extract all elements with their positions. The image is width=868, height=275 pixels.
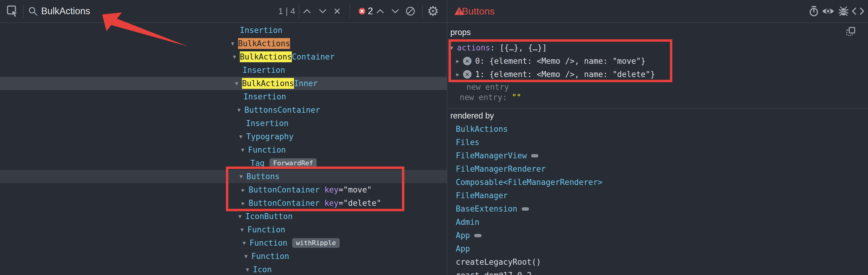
error-count-badge[interactable]	[359, 0, 366, 22]
owner-name: Admin	[456, 217, 479, 227]
collapse-arrow-icon[interactable]: ▾	[243, 239, 249, 247]
tree-row[interactable]: ▾BulkActionsInner	[0, 77, 447, 90]
collapse-arrow-icon[interactable]: ▾	[241, 146, 248, 153]
inspect-element-icon	[7, 5, 19, 17]
collapse-arrow-icon[interactable]: ▾	[235, 80, 242, 87]
collapse-arrow-icon[interactable]: ▾	[233, 53, 240, 61]
components-tree-panel: 1 | 4 ✕ 2	[0, 0, 447, 275]
collapse-arrow-icon[interactable]: ▾	[450, 44, 457, 51]
new-entry-placeholder[interactable]: new entry	[466, 82, 509, 92]
tree-row[interactable]: ▾ButtonsContainer	[0, 103, 447, 117]
tree-row[interactable]: ▾Typography	[0, 130, 447, 143]
copy-icon	[846, 27, 856, 36]
tree-row[interactable]: ▾Function	[0, 143, 447, 157]
toolbar-divider	[350, 5, 350, 18]
rendered-by-item[interactable]: Composable<FileManagerRenderer>	[456, 176, 602, 189]
delete-entry-button[interactable]: ✕	[463, 70, 471, 78]
tree-row[interactable]: Insertion	[0, 64, 447, 77]
tree-row[interactable]: ▾FunctionwithRipple	[0, 236, 447, 250]
expand-arrow-icon[interactable]: ▸	[242, 186, 249, 194]
tree-row[interactable]: ▾Buttons	[0, 170, 447, 183]
owner-badge-pill	[474, 234, 482, 237]
prop-entry-text: 0: {element: <Memo />, name: "move"}	[475, 57, 646, 66]
search-input[interactable]	[41, 6, 211, 16]
tree-row[interactable]: ▸ButtonContainer key="move"	[0, 183, 447, 197]
tree-row[interactable]: Insertion	[0, 117, 447, 130]
suspense-toggle-button[interactable]	[809, 0, 819, 22]
component-name: Function	[251, 252, 289, 261]
component-name: Insertion	[244, 92, 286, 101]
next-result-button[interactable]	[319, 0, 327, 22]
settings-button[interactable]: ⚙	[427, 0, 439, 22]
rendered-by-item[interactable]: App	[456, 242, 470, 255]
component-name: Icon	[253, 265, 272, 274]
rendered-by-item[interactable]: FileManagerView	[456, 149, 538, 162]
prop-value: : [{…}, {…}]	[490, 43, 547, 52]
tree-row[interactable]: TagForwardRef	[0, 157, 447, 170]
inspector-toolbar: Buttons	[447, 0, 868, 23]
view-source-button[interactable]	[851, 0, 865, 22]
owner-name: Composable<FileManagerRenderer>	[456, 178, 602, 187]
previous-error-button[interactable]	[376, 0, 384, 22]
component-name: Function	[247, 225, 285, 234]
tree-row[interactable]: ▾BulkActions	[0, 37, 447, 50]
next-error-button[interactable]	[391, 0, 399, 22]
rendered-by-item[interactable]: App	[456, 229, 482, 242]
component-name: Insertion	[246, 119, 288, 128]
component-name: Inner	[294, 79, 317, 88]
prop-row[interactable]: new entry: ""	[460, 91, 521, 104]
new-entry-value[interactable]: ""	[512, 93, 521, 102]
expand-arrow-icon[interactable]: ▸	[242, 200, 249, 207]
rendered-by-item[interactable]: Admin	[456, 215, 479, 229]
bug-icon	[839, 6, 848, 16]
stopwatch-icon	[809, 6, 819, 16]
rendered-by-item[interactable]: BaseExtension	[456, 202, 529, 215]
component-name: IconButton	[245, 212, 293, 221]
collapse-arrow-icon[interactable]: ▾	[244, 253, 251, 260]
collapse-arrow-icon[interactable]: ▾	[246, 266, 253, 273]
owner-name: App	[456, 244, 470, 253]
component-name: Function	[249, 238, 287, 247]
collapse-arrow-icon[interactable]: ▾	[238, 106, 244, 114]
inspect-dom-button[interactable]	[822, 0, 834, 22]
collapse-arrow-icon[interactable]: ▾	[241, 226, 247, 233]
clear-search-button[interactable]: ✕	[333, 0, 341, 22]
tree-row[interactable]: Insertion	[0, 24, 447, 37]
tree-row[interactable]: ▾IconButton	[0, 210, 447, 223]
tree-row[interactable]: ▾Function	[0, 223, 447, 236]
collapse-arrow-icon[interactable]: ▾	[240, 173, 247, 180]
error-icon	[359, 7, 366, 15]
rendered-by-item[interactable]: Files	[456, 136, 479, 149]
expand-arrow-icon[interactable]: ▸	[456, 71, 463, 78]
debug-log-button[interactable]	[839, 0, 848, 22]
prop-row[interactable]: ▸✕0: {element: <Memo />, name: "move"}	[456, 55, 646, 68]
tree-row[interactable]: Insertion	[0, 90, 447, 103]
tree-row[interactable]: ▾Icon	[0, 263, 447, 275]
colon: :	[502, 93, 512, 102]
component-name: ButtonsContainer	[244, 105, 320, 114]
collapse-arrow-icon[interactable]: ▾	[238, 213, 245, 220]
clear-errors-button[interactable]	[405, 0, 415, 22]
owner-name: Files	[456, 138, 479, 147]
rendered-by-item[interactable]: BulkActions	[456, 123, 508, 136]
owner-name: BulkActions	[456, 125, 508, 134]
previous-result-button[interactable]	[303, 0, 311, 22]
component-name: ButtonContainer	[249, 199, 320, 208]
new-entry-label[interactable]: new entry	[460, 93, 502, 102]
expand-arrow-icon[interactable]: ▸	[456, 58, 463, 65]
delete-entry-button[interactable]: ✕	[463, 57, 471, 65]
prop-row[interactable]: ▸✕1: {element: <Memo />, name: "delete"}	[456, 68, 655, 81]
rendered-by-item[interactable]: FileManager	[456, 189, 508, 202]
inspect-element-button[interactable]	[7, 0, 19, 22]
tree-row[interactable]: ▾BulkActionsContainer	[0, 50, 447, 64]
owner-name: FileManagerView	[456, 151, 527, 160]
prop-row[interactable]: ▾actions: [{…}, {…}]	[450, 41, 547, 55]
collapse-arrow-icon[interactable]: ▾	[231, 40, 238, 47]
tree-row[interactable]: ▸ButtonContainer key="delete"	[0, 197, 447, 210]
rendered-by-item[interactable]: FileManagerRenderer	[456, 162, 546, 176]
search-result-counter: 1 | 4	[278, 0, 295, 22]
tree-row[interactable]: ▾Function	[0, 250, 447, 263]
collapse-arrow-icon[interactable]: ▾	[239, 133, 246, 140]
owner-name: createLegacyRoot()	[456, 257, 541, 267]
copy-props-button[interactable]	[846, 25, 856, 37]
